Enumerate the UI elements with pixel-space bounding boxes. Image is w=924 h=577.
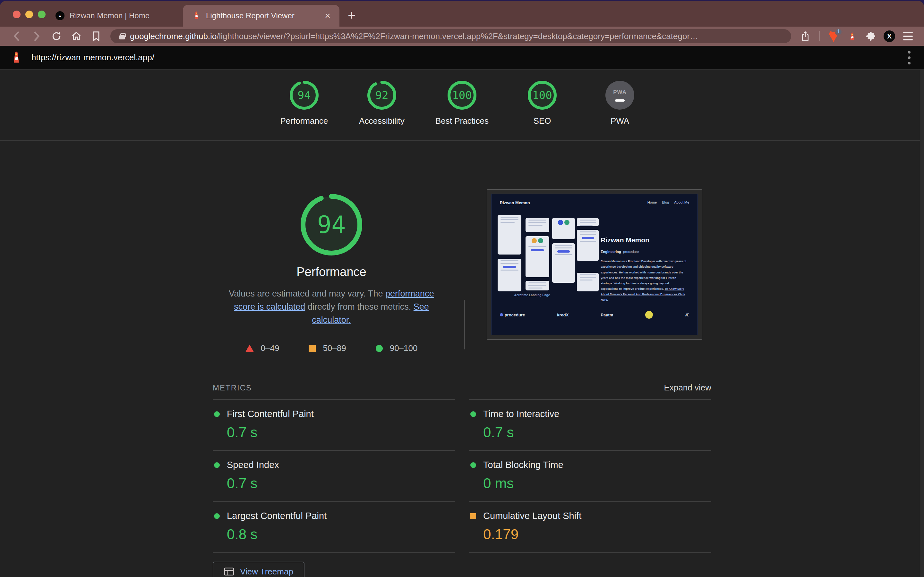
metric-value: 0.7 s (227, 475, 455, 492)
close-window-button[interactable] (13, 11, 21, 18)
metric-value: 0.7 s (483, 424, 711, 440)
collage-caption: Aerotime Landing Page (514, 293, 550, 297)
performance-hero: 94 Performance Values are estimated and … (213, 189, 711, 353)
extensions-puzzle-icon[interactable] (863, 29, 879, 43)
score-label: SEO (533, 116, 551, 126)
score-disclaimer-text: Values are estimated and may vary. The p… (222, 287, 441, 327)
phone-mockup (498, 259, 521, 291)
performance-score-gauge[interactable]: 94 (213, 194, 450, 257)
score-label: PWA (611, 116, 629, 126)
score-label: Best Practices (435, 116, 489, 126)
score-performance[interactable]: 94Performance (280, 81, 328, 126)
toolbar-divider (819, 31, 820, 41)
metric-name: Largest Contentful Paint (227, 511, 326, 521)
tab-title: Rizwan Memon | Home (69, 11, 150, 20)
url-path: /lighthouse/viewer/?psiurl=https%3A%2F%2… (216, 31, 698, 41)
expand-view-button[interactable]: Expand view (664, 383, 711, 393)
zoom-window-button[interactable] (38, 11, 45, 18)
score-label: Performance (280, 116, 328, 126)
legend-circle: 90–100 (376, 343, 418, 353)
close-tab-icon[interactable]: × (325, 11, 330, 21)
disclaimer-text: directly from these metrics. (305, 302, 414, 311)
score-label: Accessibility (359, 116, 405, 126)
home-icon[interactable] (68, 29, 85, 43)
score-best-practices[interactable]: 100Best Practices (435, 81, 489, 126)
lock-icon (120, 35, 125, 39)
tab-rizwan-memon-home[interactable]: ▲ Rizwan Memon | Home (47, 5, 183, 27)
phone-mockup (498, 215, 521, 255)
lighthouse-logo-icon (10, 50, 23, 65)
vertical-divider (464, 300, 465, 350)
performance-section: 94 Performance Values are estimated and … (213, 141, 711, 577)
page-url: googlechrome.github.io/lighthouse/viewer… (130, 31, 698, 41)
report-menu-kebab-icon[interactable] (904, 51, 914, 64)
legend-square: 50–89 (309, 343, 346, 353)
brave-shield-icon[interactable]: 1 (826, 29, 841, 43)
browser-window: ▲ Rizwan Memon | Home Lighthouse Report … (0, 1, 924, 577)
triangle-icon (246, 345, 254, 352)
reload-icon[interactable] (48, 29, 65, 43)
site-role-line: Engineering procedure (601, 250, 639, 253)
tested-page-url: https://rizwan-memon.vercel.app/ (31, 53, 154, 63)
phone-mockup (577, 218, 598, 226)
metric-name: Total Blocking Time (483, 460, 564, 470)
pwa-badge-icon: PWA (606, 81, 634, 110)
treemap-label: View Treemap (240, 567, 293, 577)
circle-icon (376, 345, 383, 352)
disclaimer-text: Values are estimated and may vary. The (229, 289, 385, 298)
svg-text:94: 94 (317, 211, 346, 239)
metric-status-icon (214, 462, 220, 468)
treemap-icon (224, 567, 234, 576)
minimize-window-button[interactable] (25, 11, 33, 18)
url-host: googlechrome.github.io (130, 31, 216, 41)
tab-lighthouse-report-viewer[interactable]: Lighthouse Report Viewer × (183, 5, 339, 27)
metric-largest-contentful-paint: Largest Contentful Paint 0.8 s (213, 501, 455, 552)
metric-name: Speed Index (227, 460, 279, 470)
tab-bar: ▲ Rizwan Memon | Home Lighthouse Report … (0, 1, 924, 27)
metric-value: 0 ms (483, 475, 711, 492)
score-pwa[interactable]: PWAPWA (596, 81, 644, 126)
phone-mockup (577, 230, 598, 261)
client-logo-kredx: kredX (557, 313, 569, 318)
phone-mockup (525, 218, 549, 232)
back-icon[interactable] (8, 29, 25, 43)
lighthouse-favicon-icon (192, 11, 201, 21)
metric-status-icon (470, 513, 476, 519)
site-bio-text: Rizwan Memon is a Frontend Developer wit… (601, 259, 687, 303)
page-screenshot: Rizwan Memon Home Blog About Me Aerotime… (491, 193, 698, 335)
vercel-favicon-icon: ▲ (55, 11, 65, 20)
new-tab-button[interactable]: + (348, 9, 356, 22)
svg-text:94: 94 (297, 89, 310, 102)
client-logos-row: procedurekredXPaytmÆ (500, 311, 690, 319)
score-accessibility[interactable]: 92Accessibility (358, 81, 406, 126)
phone-mockup (552, 243, 575, 283)
menu-hamburger-icon[interactable] (900, 29, 916, 43)
page-screenshot-frame: Rizwan Memon Home Blog About Me Aerotime… (487, 189, 702, 340)
score-legend: 0–4950–8990–100 (213, 343, 450, 353)
lighthouse-extension-icon[interactable] (845, 29, 860, 43)
metric-time-to-interactive: Time to Interactive 0.7 s (469, 399, 711, 450)
metric-value: 0.7 s (227, 424, 455, 440)
metric-status-icon (470, 462, 476, 468)
forward-icon[interactable] (28, 29, 45, 43)
metrics-header-row: METRICS Expand view (213, 383, 711, 393)
metric-name: Time to Interactive (483, 409, 559, 419)
url-bar[interactable]: googlechrome.github.io/lighthouse/viewer… (110, 29, 791, 43)
x-extension-icon[interactable]: X (882, 29, 897, 43)
metric-status-icon (214, 513, 220, 519)
metrics-columns: First Contentful Paint 0.7 s Speed Index… (213, 399, 711, 553)
performance-title: Performance (213, 265, 450, 279)
share-icon[interactable] (797, 29, 814, 43)
scrollbar[interactable] (920, 70, 924, 577)
score-seo[interactable]: 100SEO (518, 81, 566, 126)
view-treemap-button[interactable]: View Treemap (213, 562, 304, 577)
client-logo-procedure: procedure (500, 313, 525, 318)
client-logo-paytm: Paytm (601, 313, 613, 318)
bookmark-icon[interactable] (88, 29, 105, 43)
metric-value: 0.179 (483, 526, 711, 542)
square-icon (309, 345, 316, 352)
browser-toolbar: googlechrome.github.io/lighthouse/viewer… (0, 27, 924, 46)
svg-text:100: 100 (532, 89, 552, 102)
metric-name: First Contentful Paint (227, 409, 314, 419)
metrics-column-left: First Contentful Paint 0.7 s Speed Index… (213, 399, 455, 553)
